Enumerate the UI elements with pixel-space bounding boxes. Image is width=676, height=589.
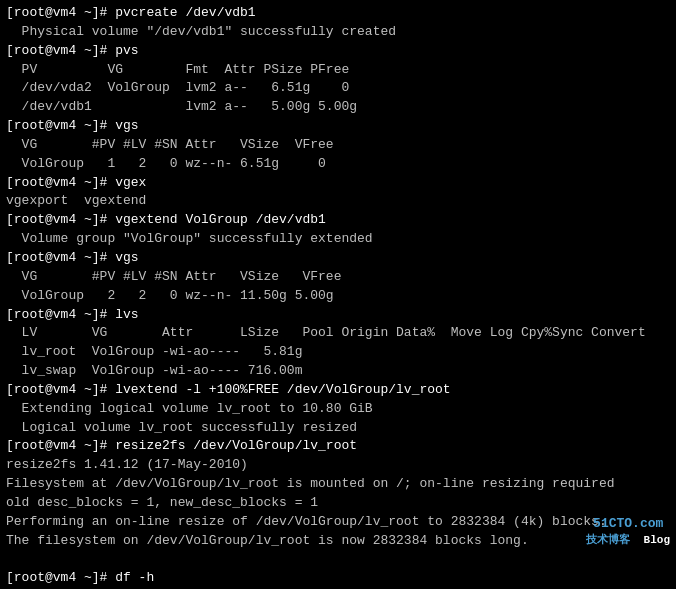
terminal-line: [root@vm4 ~]# pvcreate /dev/vdb1 bbox=[6, 4, 670, 23]
terminal-line: VolGroup 2 2 0 wz--n- 11.50g 5.00g bbox=[6, 287, 670, 306]
output-text: Volume group "VolGroup" successfully ext… bbox=[6, 231, 373, 246]
prompt-text: [root@vm4 ~]# bbox=[6, 250, 115, 265]
terminal-line: [root@vm4 ~]# vgex bbox=[6, 174, 670, 193]
terminal-line: resize2fs 1.41.12 (17-May-2010) bbox=[6, 456, 670, 475]
output-text: lv_swap VolGroup -wi-ao---- 716.00m bbox=[6, 363, 302, 378]
output-text: PV VG Fmt Attr PSize PFree bbox=[6, 62, 349, 77]
command-text: vgs bbox=[115, 118, 138, 133]
command-text: pvs bbox=[115, 43, 138, 58]
terminal-line: Filesystem at /dev/VolGroup/lv_root is m… bbox=[6, 475, 670, 494]
terminal-line: Performing an on-line resize of /dev/Vol… bbox=[6, 513, 670, 532]
terminal-line: Physical volume "/dev/vdb1" successfully… bbox=[6, 23, 670, 42]
output-text: The filesystem on /dev/VolGroup/lv_root … bbox=[6, 533, 529, 548]
terminal-line: [root@vm4 ~]# pvs bbox=[6, 42, 670, 61]
watermark-site: 51CTO.com bbox=[586, 516, 670, 533]
command-text: vgs bbox=[115, 250, 138, 265]
watermark: 51CTO.com 技术博客 Blog bbox=[586, 516, 670, 547]
output-text: VG #PV #LV #SN Attr VSize VFree bbox=[6, 269, 341, 284]
terminal-window: [root@vm4 ~]# pvcreate /dev/vdb1 Physica… bbox=[0, 0, 676, 589]
terminal-line: [root@vm4 ~]# lvextend -l +100%FREE /dev… bbox=[6, 381, 670, 400]
prompt-text: [root@vm4 ~]# bbox=[6, 175, 115, 190]
prompt-text: [root@vm4 ~]# bbox=[6, 118, 115, 133]
terminal-line: [root@vm4 ~]# vgextend VolGroup /dev/vdb… bbox=[6, 211, 670, 230]
terminal-line: PV VG Fmt Attr PSize PFree bbox=[6, 61, 670, 80]
prompt-text: [root@vm4 ~]# bbox=[6, 382, 115, 397]
terminal-line: /dev/vda2 VolGroup lvm2 a-- 6.51g 0 bbox=[6, 79, 670, 98]
terminal-line: /dev/vdb1 lvm2 a-- 5.00g 5.00g bbox=[6, 98, 670, 117]
command-text: vgex bbox=[115, 175, 146, 190]
prompt-text: [root@vm4 ~]# bbox=[6, 43, 115, 58]
prompt-text: [root@vm4 ~]# bbox=[6, 570, 115, 585]
output-text: Performing an on-line resize of /dev/Vol… bbox=[6, 514, 607, 529]
terminal-line: Extending logical volume lv_root to 10.8… bbox=[6, 400, 670, 419]
output-text: VG #PV #LV #SN Attr VSize VFree bbox=[6, 137, 334, 152]
watermark-blog: Blog bbox=[644, 534, 670, 546]
output-text: /dev/vdb1 lvm2 a-- 5.00g 5.00g bbox=[6, 99, 357, 114]
terminal-line: VolGroup 1 2 0 wz--n- 6.51g 0 bbox=[6, 155, 670, 174]
command-text: df -h bbox=[115, 570, 154, 585]
terminal-line: VG #PV #LV #SN Attr VSize VFree bbox=[6, 268, 670, 287]
prompt-text: [root@vm4 ~]# bbox=[6, 307, 115, 322]
output-text: resize2fs 1.41.12 (17-May-2010) bbox=[6, 457, 248, 472]
output-text: VolGroup 1 2 0 wz--n- 6.51g 0 bbox=[6, 156, 326, 171]
output-text: LV VG Attr LSize Pool Origin Data% Move … bbox=[6, 325, 646, 340]
command-text: pvcreate /dev/vdb1 bbox=[115, 5, 255, 20]
prompt-text: [root@vm4 ~]# bbox=[6, 212, 115, 227]
watermark-sub: 技术博客 Blog bbox=[586, 533, 670, 547]
command-text: resize2fs /dev/VolGroup/lv_root bbox=[115, 438, 357, 453]
output-text: Logical volume lv_root successfully resi… bbox=[6, 420, 357, 435]
command-text: lvs bbox=[115, 307, 138, 322]
terminal-line: VG #PV #LV #SN Attr VSize VFree bbox=[6, 136, 670, 155]
output-text: lv_root VolGroup -wi-ao---- 5.81g bbox=[6, 344, 302, 359]
terminal-line: The filesystem on /dev/VolGroup/lv_root … bbox=[6, 532, 670, 551]
terminal-line: [root@vm4 ~]# vgs bbox=[6, 117, 670, 136]
terminal-line: vgexport vgextend bbox=[6, 192, 670, 211]
output-text: /dev/vda2 VolGroup lvm2 a-- 6.51g 0 bbox=[6, 80, 349, 95]
output-text: Filesystem at /dev/VolGroup/lv_root is m… bbox=[6, 476, 615, 491]
terminal-line bbox=[6, 550, 670, 569]
terminal-line: [root@vm4 ~]# df -h bbox=[6, 569, 670, 588]
output-text: vgexport vgextend bbox=[6, 193, 146, 208]
terminal-line: Volume group "VolGroup" successfully ext… bbox=[6, 230, 670, 249]
output-text: old desc_blocks = 1, new_desc_blocks = 1 bbox=[6, 495, 318, 510]
terminal-line: lv_swap VolGroup -wi-ao---- 716.00m bbox=[6, 362, 670, 381]
terminal-line: lv_root VolGroup -wi-ao---- 5.81g bbox=[6, 343, 670, 362]
prompt-text: [root@vm4 ~]# bbox=[6, 438, 115, 453]
terminal-line: [root@vm4 ~]# lvs bbox=[6, 306, 670, 325]
output-text: VolGroup 2 2 0 wz--n- 11.50g 5.00g bbox=[6, 288, 334, 303]
terminal-line: [root@vm4 ~]# vgs bbox=[6, 249, 670, 268]
prompt-text: [root@vm4 ~]# bbox=[6, 5, 115, 20]
output-text: Physical volume "/dev/vdb1" successfully… bbox=[6, 24, 396, 39]
command-text: vgextend VolGroup /dev/vdb1 bbox=[115, 212, 326, 227]
command-text: lvextend -l +100%FREE /dev/VolGroup/lv_r… bbox=[115, 382, 450, 397]
output-text: Extending logical volume lv_root to 10.8… bbox=[6, 401, 373, 416]
terminal-output: [root@vm4 ~]# pvcreate /dev/vdb1 Physica… bbox=[6, 4, 670, 589]
terminal-line: [root@vm4 ~]# resize2fs /dev/VolGroup/lv… bbox=[6, 437, 670, 456]
terminal-line: old desc_blocks = 1, new_desc_blocks = 1 bbox=[6, 494, 670, 513]
terminal-line: Logical volume lv_root successfully resi… bbox=[6, 419, 670, 438]
terminal-line: LV VG Attr LSize Pool Origin Data% Move … bbox=[6, 324, 670, 343]
